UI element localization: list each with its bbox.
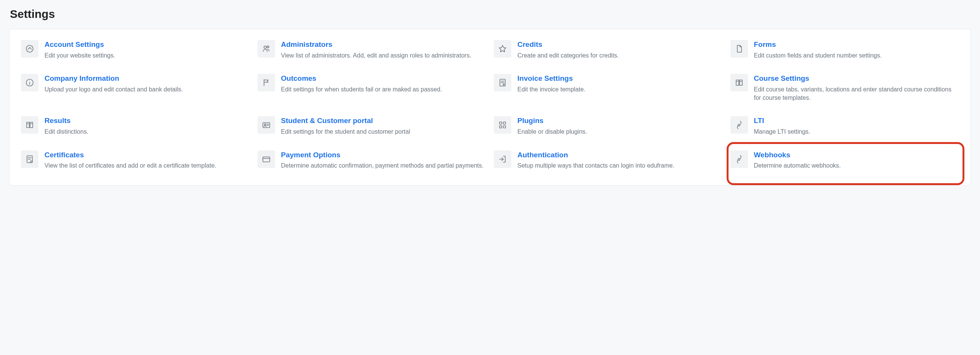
tile-title[interactable]: Company Information <box>45 74 248 83</box>
tile-text: PluginsEnable or disable plugins. <box>517 116 723 136</box>
book-icon <box>730 74 748 91</box>
settings-tile-lti[interactable]: LTIManage LTI settings. <box>730 116 959 136</box>
tile-text: FormsEdit custom fields and student numb… <box>754 40 959 59</box>
info-icon <box>21 74 38 91</box>
settings-tile-forms[interactable]: FormsEdit custom fields and student numb… <box>730 40 959 59</box>
tile-description: Edit the invoice template. <box>517 85 721 94</box>
login-icon <box>494 150 511 168</box>
tile-text: LTIManage LTI settings. <box>754 116 959 136</box>
settings-grid: Account SettingsEdit your website settin… <box>21 40 959 170</box>
tile-description: Edit distinctions. <box>45 128 248 136</box>
tile-text: OutcomesEdit settings for when students … <box>281 74 487 93</box>
tile-description: Create and edit categories for credits. <box>517 51 721 60</box>
tile-text: AdministratorsView list of administrator… <box>281 40 487 59</box>
tile-description: View list of administrators. Add, edit a… <box>281 51 484 60</box>
tile-description: View the list of certificates and add or… <box>45 162 248 170</box>
cert-icon <box>21 150 38 168</box>
tile-title[interactable]: Account Settings <box>45 40 248 49</box>
page-title: Settings <box>10 8 971 21</box>
tile-title[interactable]: Webhooks <box>754 150 957 160</box>
tile-title[interactable]: Results <box>45 116 248 125</box>
settings-tile-student-customer-portal[interactable]: Student & Customer portalEdit settings f… <box>258 116 487 136</box>
tile-description: Edit your website settings. <box>45 51 248 60</box>
tile-text: WebhooksDetermine automatic webhooks. <box>754 150 959 170</box>
tile-text: ResultsEdit distinctions. <box>45 116 250 136</box>
tile-title[interactable]: Payment Options <box>281 150 484 160</box>
settings-panel: Account SettingsEdit your website settin… <box>9 29 971 185</box>
tile-title[interactable]: Student & Customer portal <box>281 116 484 125</box>
tile-description: Edit settings for the student and custom… <box>281 128 484 136</box>
file-icon <box>730 40 748 58</box>
tile-text: AuthenticationSetup multiple ways that c… <box>517 150 723 170</box>
settings-tile-credits[interactable]: CreditsCreate and edit categories for cr… <box>494 40 723 59</box>
settings-tile-plugins[interactable]: PluginsEnable or disable plugins. <box>494 116 723 136</box>
tile-text: Course SettingsEdit course tabs, variant… <box>754 74 959 102</box>
gauge-icon <box>21 40 38 58</box>
tile-description: Enable or disable plugins. <box>517 128 721 136</box>
tile-title[interactable]: Forms <box>754 40 957 49</box>
settings-tile-outcomes[interactable]: OutcomesEdit settings for when students … <box>258 74 487 102</box>
settings-tile-administrators[interactable]: AdministratorsView list of administrator… <box>258 40 487 59</box>
tile-title[interactable]: Invoice Settings <box>517 74 721 83</box>
tile-description: Manage LTI settings. <box>754 128 957 136</box>
tile-description: Upload your logo and edit contact and ba… <box>45 85 248 94</box>
tile-title[interactable]: Course Settings <box>754 74 957 83</box>
settings-tile-invoice-settings[interactable]: Invoice SettingsEdit the invoice templat… <box>494 74 723 102</box>
settings-tile-authentication[interactable]: AuthenticationSetup multiple ways that c… <box>494 150 723 170</box>
tile-title[interactable]: Credits <box>517 40 721 49</box>
tile-text: Company InformationUpload your logo and … <box>45 74 250 93</box>
tile-title[interactable]: LTI <box>754 116 957 125</box>
grid-icon <box>494 116 511 134</box>
settings-tile-account-settings[interactable]: Account SettingsEdit your website settin… <box>21 40 250 59</box>
tile-text: CertificatesView the list of certificate… <box>45 150 250 170</box>
tile-text: Payment OptionsDetermine automatic confi… <box>281 150 487 170</box>
tile-text: Student & Customer portalEdit settings f… <box>281 116 487 136</box>
tile-description: Edit settings for when students fail or … <box>281 85 484 94</box>
tile-description: Setup multiple ways that contacts can lo… <box>517 162 721 170</box>
tile-description: Determine automatic confirmation, paymen… <box>281 162 484 170</box>
card-icon <box>258 150 275 168</box>
flag-icon <box>258 74 275 91</box>
settings-tile-payment-options[interactable]: Payment OptionsDetermine automatic confi… <box>258 150 487 170</box>
users-icon <box>258 40 275 58</box>
invoice-icon <box>494 74 511 91</box>
settings-tile-company-information[interactable]: Company InformationUpload your logo and … <box>21 74 250 102</box>
tile-description: Edit custom fields and student number se… <box>754 51 957 60</box>
star-icon <box>494 40 511 58</box>
tile-title[interactable]: Plugins <box>517 116 721 125</box>
tile-title[interactable]: Certificates <box>45 150 248 160</box>
tile-description: Edit course tabs, variants, locations an… <box>754 85 957 102</box>
book-icon <box>21 116 38 134</box>
tile-title[interactable]: Outcomes <box>281 74 484 83</box>
tile-description: Determine automatic webhooks. <box>754 162 957 170</box>
idcard-icon <box>258 116 275 134</box>
tile-text: CreditsCreate and edit categories for cr… <box>517 40 723 59</box>
tile-title[interactable]: Authentication <box>517 150 721 160</box>
tile-title[interactable]: Administrators <box>281 40 484 49</box>
tile-text: Invoice SettingsEdit the invoice templat… <box>517 74 723 93</box>
settings-tile-certificates[interactable]: CertificatesView the list of certificate… <box>21 150 250 170</box>
settings-tile-course-settings[interactable]: Course SettingsEdit course tabs, variant… <box>730 74 959 102</box>
plug-icon <box>730 116 748 134</box>
plug-icon <box>730 150 748 168</box>
settings-tile-results[interactable]: ResultsEdit distinctions. <box>21 116 250 136</box>
tile-text: Account SettingsEdit your website settin… <box>45 40 250 59</box>
settings-tile-webhooks[interactable]: WebhooksDetermine automatic webhooks. <box>730 150 959 170</box>
